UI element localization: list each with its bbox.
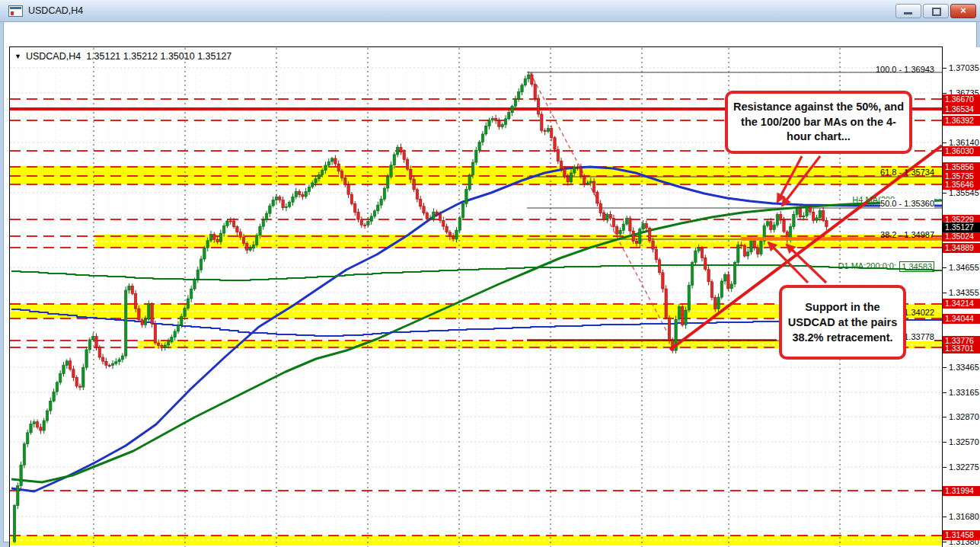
price-tick-mark [943, 392, 946, 393]
price-level-label: 1.35024 [943, 232, 980, 242]
price-tick-mark [943, 417, 946, 417]
price-tick-mark [943, 142, 946, 143]
chart-icon [8, 5, 23, 17]
price-level-label: 1.34214 [943, 299, 980, 309]
header-symbol: USDCAD,H4 [26, 51, 81, 62]
price-tick-mark [943, 442, 946, 443]
resistance-annotation-text: Resistance against the 50%, and the 100/… [733, 100, 904, 145]
chart-ohlc-header: ▼USDCAD,H4 1.35121 1.35212 1.35010 1.351… [14, 51, 231, 62]
minimize-icon [904, 12, 912, 14]
price-axis-label: 1.31680 [949, 512, 979, 521]
price-level-label: 1.31458 [943, 530, 980, 540]
close-icon: × [951, 5, 975, 18]
window-title: USDCAD,H4 [28, 5, 83, 16]
price-tick-mark [943, 367, 946, 368]
price-level-label: 1.33701 [943, 344, 980, 353]
price-level-label: 1.31994 [943, 486, 980, 496]
price-axis-label: 1.33465 [949, 363, 979, 372]
close-button[interactable]: × [950, 4, 976, 18]
chart-window-content: ▼USDCAD,H4 1.35121 1.35212 1.35010 1.351… [3, 21, 977, 542]
price-level-label: 1.36392 [943, 116, 980, 126]
price-level-label: 1.35646 [943, 180, 980, 190]
price-axis-label: 1.35545 [949, 188, 979, 197]
price-axis-label: 1.32570 [949, 437, 979, 446]
price-level-label: 1.34044 [943, 314, 980, 324]
price-level-label: 1.36670 [943, 94, 980, 104]
down-triangle-icon: ▼ [14, 53, 21, 60]
price-axis-label: 1.32275 [949, 462, 979, 472]
header-close: 1.35127 [197, 51, 231, 62]
restore-icon [932, 8, 941, 16]
price-axis-label: 1.34355 [949, 288, 979, 297]
restore-button[interactable] [923, 4, 949, 18]
price-tick-mark [943, 193, 946, 194]
application-window: USDCAD,H4 × ▼USDCAD,H4 1.35121 1.35212 1… [0, 0, 980, 547]
support-annotation[interactable]: Support in the USDCAD at the pairs 38.2%… [779, 285, 906, 360]
price-tick-mark [943, 68, 946, 69]
header-low: 1.35010 [160, 51, 194, 62]
price-axis-label: 1.34655 [949, 263, 979, 272]
minimize-button[interactable] [895, 4, 921, 18]
price-tick-mark [943, 517, 946, 517]
current-price-label: 1.35127 [943, 222, 980, 232]
price-level-label: 1.34889 [943, 243, 980, 253]
price-axis-label: 1.37035 [949, 63, 979, 72]
support-annotation-text: Support in the USDCAD at the pairs 38.2%… [788, 299, 897, 346]
price-level-label: 1.36030 [943, 146, 980, 156]
price-tick-mark [943, 467, 946, 468]
price-axis[interactable]: 1.370351.367351.361401.355451.346551.343… [943, 47, 980, 547]
price-tick-mark [943, 267, 946, 268]
window-titlebar[interactable]: USDCAD,H4 × [0, 0, 980, 22]
price-tick-mark [943, 542, 946, 542]
resistance-annotation[interactable]: Resistance against the 50%, and the 100/… [725, 91, 912, 154]
header-high: 1.35212 [123, 51, 158, 62]
header-open: 1.35121 [86, 51, 120, 62]
price-level-label: 1.36534 [943, 104, 980, 114]
price-axis-label: 1.32870 [949, 412, 979, 421]
price-axis-label: 1.33165 [949, 388, 979, 397]
price-tick-mark [943, 293, 946, 293]
